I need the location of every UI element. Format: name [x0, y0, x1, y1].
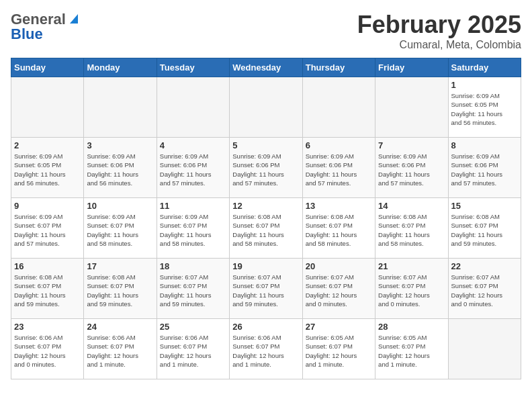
calendar-week-row: 16Sunrise: 6:08 AM Sunset: 6:07 PM Dayli… [11, 259, 521, 319]
calendar-week-row: 23Sunrise: 6:06 AM Sunset: 6:07 PM Dayli… [11, 319, 521, 379]
calendar-cell [84, 77, 157, 138]
page-header: General Blue February 2025 Cumaral, Meta… [11, 11, 521, 51]
day-info: Sunrise: 6:06 AM Sunset: 6:07 PM Dayligh… [160, 333, 226, 369]
day-info: Sunrise: 6:09 AM Sunset: 6:05 PM Dayligh… [14, 152, 81, 187]
calendar-cell: 3Sunrise: 6:09 AM Sunset: 6:06 PM Daylig… [84, 138, 157, 198]
calendar-cell: 20Sunrise: 6:07 AM Sunset: 6:07 PM Dayli… [302, 259, 375, 319]
day-number: 22 [451, 261, 518, 271]
calendar-cell: 8Sunrise: 6:09 AM Sunset: 6:06 PM Daylig… [448, 138, 521, 198]
title-area: February 2025 Cumaral, Meta, Colombia [357, 11, 521, 51]
day-number: 4 [160, 140, 226, 150]
logo: General Blue [11, 11, 81, 43]
calendar-cell: 16Sunrise: 6:08 AM Sunset: 6:07 PM Dayli… [11, 259, 84, 319]
calendar-cell: 11Sunrise: 6:09 AM Sunset: 6:07 PM Dayli… [157, 198, 229, 259]
weekday-header-tuesday: Tuesday [157, 58, 229, 77]
day-number: 19 [232, 261, 299, 271]
day-number: 26 [232, 322, 299, 332]
day-info: Sunrise: 6:07 AM Sunset: 6:07 PM Dayligh… [160, 273, 226, 308]
logo-blue-text: Blue [11, 26, 43, 43]
day-info: Sunrise: 6:07 AM Sunset: 6:07 PM Dayligh… [232, 273, 299, 308]
day-number: 10 [87, 201, 153, 211]
day-info: Sunrise: 6:09 AM Sunset: 6:07 PM Dayligh… [14, 212, 81, 248]
day-number: 18 [160, 261, 226, 271]
weekday-header-saturday: Saturday [448, 58, 521, 77]
calendar-cell [230, 77, 302, 138]
calendar-cell: 21Sunrise: 6:07 AM Sunset: 6:07 PM Dayli… [375, 259, 448, 319]
calendar-cell: 25Sunrise: 6:06 AM Sunset: 6:07 PM Dayli… [157, 319, 229, 379]
calendar-cell [448, 319, 521, 379]
day-info: Sunrise: 6:08 AM Sunset: 6:07 PM Dayligh… [306, 212, 372, 248]
calendar-cell: 22Sunrise: 6:07 AM Sunset: 6:07 PM Dayli… [448, 259, 521, 319]
calendar-cell: 19Sunrise: 6:07 AM Sunset: 6:07 PM Dayli… [230, 259, 302, 319]
calendar-cell [11, 77, 84, 138]
day-number: 16 [14, 261, 81, 271]
weekday-header-wednesday: Wednesday [230, 58, 302, 77]
day-number: 24 [87, 322, 153, 332]
weekday-header-thursday: Thursday [302, 58, 375, 77]
day-info: Sunrise: 6:06 AM Sunset: 6:07 PM Dayligh… [87, 333, 153, 369]
calendar-week-row: 1Sunrise: 6:09 AM Sunset: 6:05 PM Daylig… [11, 77, 521, 138]
day-number: 25 [160, 322, 226, 332]
day-info: Sunrise: 6:05 AM Sunset: 6:07 PM Dayligh… [306, 333, 372, 369]
day-info: Sunrise: 6:09 AM Sunset: 6:06 PM Dayligh… [306, 152, 372, 187]
day-number: 7 [378, 140, 445, 150]
calendar-cell [157, 77, 229, 138]
calendar-cell [375, 77, 448, 138]
calendar-week-row: 2Sunrise: 6:09 AM Sunset: 6:05 PM Daylig… [11, 138, 521, 198]
day-info: Sunrise: 6:08 AM Sunset: 6:07 PM Dayligh… [87, 273, 153, 308]
day-info: Sunrise: 6:07 AM Sunset: 6:07 PM Dayligh… [306, 273, 372, 308]
calendar-week-row: 9Sunrise: 6:09 AM Sunset: 6:07 PM Daylig… [11, 198, 521, 259]
calendar-cell [302, 77, 375, 138]
calendar-cell: 18Sunrise: 6:07 AM Sunset: 6:07 PM Dayli… [157, 259, 229, 319]
day-info: Sunrise: 6:06 AM Sunset: 6:07 PM Dayligh… [232, 333, 299, 369]
svg-marker-0 [70, 14, 78, 24]
day-number: 3 [87, 140, 153, 150]
day-number: 1 [451, 80, 518, 90]
calendar-cell: 15Sunrise: 6:08 AM Sunset: 6:07 PM Dayli… [448, 198, 521, 259]
calendar-cell: 4Sunrise: 6:09 AM Sunset: 6:06 PM Daylig… [157, 138, 229, 198]
calendar-cell: 13Sunrise: 6:08 AM Sunset: 6:07 PM Dayli… [302, 198, 375, 259]
calendar-cell: 6Sunrise: 6:09 AM Sunset: 6:06 PM Daylig… [302, 138, 375, 198]
day-info: Sunrise: 6:08 AM Sunset: 6:07 PM Dayligh… [378, 212, 445, 248]
day-info: Sunrise: 6:09 AM Sunset: 6:07 PM Dayligh… [160, 212, 226, 248]
day-info: Sunrise: 6:09 AM Sunset: 6:06 PM Dayligh… [378, 152, 445, 187]
day-number: 9 [14, 201, 81, 211]
calendar-cell: 5Sunrise: 6:09 AM Sunset: 6:06 PM Daylig… [230, 138, 302, 198]
calendar-cell: 12Sunrise: 6:08 AM Sunset: 6:07 PM Dayli… [230, 198, 302, 259]
day-info: Sunrise: 6:08 AM Sunset: 6:07 PM Dayligh… [451, 212, 518, 248]
calendar-cell: 10Sunrise: 6:09 AM Sunset: 6:07 PM Dayli… [84, 198, 157, 259]
day-number: 23 [14, 322, 81, 332]
calendar-cell: 24Sunrise: 6:06 AM Sunset: 6:07 PM Dayli… [84, 319, 157, 379]
day-info: Sunrise: 6:09 AM Sunset: 6:07 PM Dayligh… [87, 212, 153, 248]
day-number: 8 [451, 140, 518, 150]
calendar-cell: 17Sunrise: 6:08 AM Sunset: 6:07 PM Dayli… [84, 259, 157, 319]
weekday-header-monday: Monday [84, 58, 157, 77]
day-number: 2 [14, 140, 81, 150]
logo-triangle-icon [67, 11, 81, 25]
weekday-header-sunday: Sunday [11, 58, 84, 77]
day-info: Sunrise: 6:09 AM Sunset: 6:05 PM Dayligh… [451, 91, 518, 127]
day-info: Sunrise: 6:09 AM Sunset: 6:06 PM Dayligh… [451, 152, 518, 187]
day-info: Sunrise: 6:06 AM Sunset: 6:07 PM Dayligh… [14, 333, 81, 369]
calendar-cell: 27Sunrise: 6:05 AM Sunset: 6:07 PM Dayli… [302, 319, 375, 379]
day-info: Sunrise: 6:07 AM Sunset: 6:07 PM Dayligh… [378, 273, 445, 308]
location-subtitle: Cumaral, Meta, Colombia [357, 39, 521, 51]
day-info: Sunrise: 6:05 AM Sunset: 6:07 PM Dayligh… [378, 333, 445, 369]
calendar-cell: 28Sunrise: 6:05 AM Sunset: 6:07 PM Dayli… [375, 319, 448, 379]
calendar-cell: 14Sunrise: 6:08 AM Sunset: 6:07 PM Dayli… [375, 198, 448, 259]
day-number: 12 [232, 201, 299, 211]
calendar-cell: 2Sunrise: 6:09 AM Sunset: 6:05 PM Daylig… [11, 138, 84, 198]
day-number: 5 [232, 140, 299, 150]
day-number: 17 [87, 261, 153, 271]
day-info: Sunrise: 6:09 AM Sunset: 6:06 PM Dayligh… [232, 152, 299, 187]
day-number: 6 [306, 140, 372, 150]
weekday-header-friday: Friday [375, 58, 448, 77]
day-number: 11 [160, 201, 226, 211]
day-number: 15 [451, 201, 518, 211]
day-number: 21 [378, 261, 445, 271]
day-info: Sunrise: 6:07 AM Sunset: 6:07 PM Dayligh… [451, 273, 518, 308]
day-number: 27 [306, 322, 372, 332]
month-title: February 2025 [357, 11, 521, 39]
day-info: Sunrise: 6:09 AM Sunset: 6:06 PM Dayligh… [160, 152, 226, 187]
calendar-cell: 7Sunrise: 6:09 AM Sunset: 6:06 PM Daylig… [375, 138, 448, 198]
